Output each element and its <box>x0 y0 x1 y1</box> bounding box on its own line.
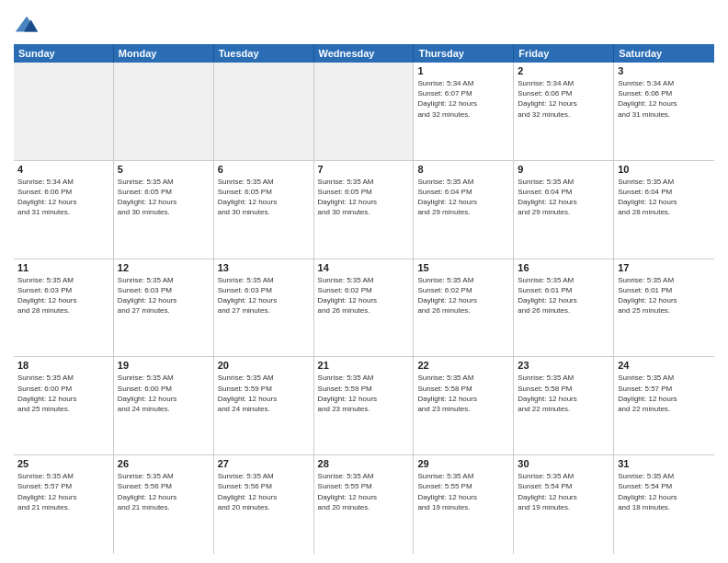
day-number: 2 <box>518 65 609 76</box>
day-info: Sunrise: 5:35 AM Sunset: 6:03 PM Dayligh… <box>118 275 210 316</box>
calendar-header: SundayMondayTuesdayWednesdayThursdayFrid… <box>14 44 714 63</box>
day-cell-29: 29Sunrise: 5:35 AM Sunset: 5:55 PM Dayli… <box>414 455 514 554</box>
day-cell-16: 16Sunrise: 5:35 AM Sunset: 6:01 PM Dayli… <box>514 259 614 357</box>
day-number: 6 <box>218 164 310 175</box>
day-number: 14 <box>318 262 410 273</box>
day-cell-15: 15Sunrise: 5:35 AM Sunset: 6:02 PM Dayli… <box>414 259 514 357</box>
day-info: Sunrise: 5:34 AM Sunset: 6:06 PM Dayligh… <box>17 177 109 218</box>
header-day-monday: Monday <box>114 44 214 63</box>
day-number: 9 <box>518 164 609 175</box>
day-info: Sunrise: 5:35 AM Sunset: 6:03 PM Dayligh… <box>17 275 109 316</box>
day-info: Sunrise: 5:35 AM Sunset: 6:05 PM Dayligh… <box>218 177 310 218</box>
day-cell-18: 18Sunrise: 5:35 AM Sunset: 6:00 PM Dayli… <box>14 357 114 454</box>
calendar-row-4: 18Sunrise: 5:35 AM Sunset: 6:00 PM Dayli… <box>14 357 714 455</box>
calendar-row-3: 11Sunrise: 5:35 AM Sunset: 6:03 PM Dayli… <box>14 259 714 358</box>
day-info: Sunrise: 5:35 AM Sunset: 6:05 PM Dayligh… <box>318 177 410 218</box>
day-cell-14: 14Sunrise: 5:35 AM Sunset: 6:02 PM Dayli… <box>314 259 415 357</box>
day-number: 17 <box>618 262 711 273</box>
day-number: 10 <box>618 164 711 175</box>
day-info: Sunrise: 5:35 AM Sunset: 5:58 PM Dayligh… <box>417 373 509 414</box>
day-info: Sunrise: 5:35 AM Sunset: 6:02 PM Dayligh… <box>318 275 410 316</box>
day-number: 5 <box>118 164 210 175</box>
day-cell-30: 30Sunrise: 5:35 AM Sunset: 5:54 PM Dayli… <box>514 455 614 554</box>
empty-cell <box>114 63 214 160</box>
day-info: Sunrise: 5:34 AM Sunset: 6:06 PM Dayligh… <box>518 78 609 120</box>
day-number: 1 <box>417 65 509 76</box>
day-info: Sunrise: 5:35 AM Sunset: 5:54 PM Dayligh… <box>518 471 609 512</box>
day-info: Sunrise: 5:35 AM Sunset: 5:55 PM Dayligh… <box>318 471 410 512</box>
day-cell-20: 20Sunrise: 5:35 AM Sunset: 5:59 PM Dayli… <box>214 357 314 454</box>
day-info: Sunrise: 5:35 AM Sunset: 5:56 PM Dayligh… <box>218 471 310 512</box>
empty-cell <box>214 63 314 160</box>
day-info: Sunrise: 5:35 AM Sunset: 5:54 PM Dayligh… <box>618 471 711 512</box>
header-day-friday: Friday <box>514 44 614 63</box>
day-info: Sunrise: 5:35 AM Sunset: 5:56 PM Dayligh… <box>118 471 210 512</box>
day-info: Sunrise: 5:35 AM Sunset: 5:57 PM Dayligh… <box>17 471 109 512</box>
day-number: 12 <box>118 262 210 273</box>
day-info: Sunrise: 5:35 AM Sunset: 6:02 PM Dayligh… <box>417 275 509 316</box>
day-number: 23 <box>518 360 609 371</box>
day-number: 11 <box>17 262 109 273</box>
day-info: Sunrise: 5:35 AM Sunset: 6:00 PM Dayligh… <box>118 373 210 414</box>
day-number: 21 <box>318 360 410 371</box>
calendar-body: 1Sunrise: 5:34 AM Sunset: 6:07 PM Daylig… <box>14 63 714 554</box>
day-cell-5: 5Sunrise: 5:35 AM Sunset: 6:05 PM Daylig… <box>114 161 214 259</box>
day-number: 22 <box>417 360 509 371</box>
day-info: Sunrise: 5:35 AM Sunset: 5:59 PM Dayligh… <box>218 373 310 414</box>
page: SundayMondayTuesdayWednesdayThursdayFrid… <box>0 0 728 563</box>
calendar-row-2: 4Sunrise: 5:34 AM Sunset: 6:06 PM Daylig… <box>14 161 714 259</box>
calendar: SundayMondayTuesdayWednesdayThursdayFrid… <box>14 44 714 554</box>
day-cell-21: 21Sunrise: 5:35 AM Sunset: 5:59 PM Dayli… <box>314 357 415 454</box>
day-cell-11: 11Sunrise: 5:35 AM Sunset: 6:03 PM Dayli… <box>14 259 114 357</box>
day-cell-10: 10Sunrise: 5:35 AM Sunset: 6:04 PM Dayli… <box>614 161 714 259</box>
day-cell-31: 31Sunrise: 5:35 AM Sunset: 5:54 PM Dayli… <box>614 455 714 554</box>
day-number: 27 <box>218 458 310 469</box>
day-info: Sunrise: 5:34 AM Sunset: 6:07 PM Dayligh… <box>417 78 509 120</box>
day-number: 24 <box>618 360 711 371</box>
day-number: 30 <box>518 458 609 469</box>
day-number: 16 <box>518 262 609 273</box>
day-cell-2: 2Sunrise: 5:34 AM Sunset: 6:06 PM Daylig… <box>514 63 614 160</box>
day-cell-7: 7Sunrise: 5:35 AM Sunset: 6:05 PM Daylig… <box>314 161 415 259</box>
day-cell-24: 24Sunrise: 5:35 AM Sunset: 5:57 PM Dayli… <box>614 357 714 454</box>
day-cell-4: 4Sunrise: 5:34 AM Sunset: 6:06 PM Daylig… <box>14 161 114 259</box>
day-cell-23: 23Sunrise: 5:35 AM Sunset: 5:58 PM Dayli… <box>514 357 614 454</box>
day-number: 19 <box>118 360 210 371</box>
day-cell-6: 6Sunrise: 5:35 AM Sunset: 6:05 PM Daylig… <box>214 161 314 259</box>
day-cell-8: 8Sunrise: 5:35 AM Sunset: 6:04 PM Daylig… <box>414 161 514 259</box>
day-number: 26 <box>118 458 210 469</box>
header-day-sunday: Sunday <box>14 44 114 63</box>
day-number: 31 <box>618 458 711 469</box>
header-day-thursday: Thursday <box>414 44 514 63</box>
day-info: Sunrise: 5:35 AM Sunset: 6:00 PM Dayligh… <box>17 373 109 414</box>
day-number: 8 <box>417 164 509 175</box>
day-info: Sunrise: 5:35 AM Sunset: 6:04 PM Dayligh… <box>417 177 509 218</box>
calendar-row-5: 25Sunrise: 5:35 AM Sunset: 5:57 PM Dayli… <box>14 455 714 554</box>
day-cell-19: 19Sunrise: 5:35 AM Sunset: 6:00 PM Dayli… <box>114 357 214 454</box>
day-cell-28: 28Sunrise: 5:35 AM Sunset: 5:55 PM Dayli… <box>314 455 415 554</box>
day-number: 4 <box>17 164 109 175</box>
day-info: Sunrise: 5:35 AM Sunset: 6:04 PM Dayligh… <box>518 177 609 218</box>
day-cell-27: 27Sunrise: 5:35 AM Sunset: 5:56 PM Dayli… <box>214 455 314 554</box>
day-cell-3: 3Sunrise: 5:34 AM Sunset: 6:06 PM Daylig… <box>614 63 714 160</box>
day-info: Sunrise: 5:35 AM Sunset: 6:01 PM Dayligh… <box>618 275 711 316</box>
header-day-wednesday: Wednesday <box>314 44 415 63</box>
day-info: Sunrise: 5:34 AM Sunset: 6:06 PM Dayligh… <box>618 78 711 120</box>
day-info: Sunrise: 5:35 AM Sunset: 5:59 PM Dayligh… <box>318 373 410 414</box>
day-info: Sunrise: 5:35 AM Sunset: 5:55 PM Dayligh… <box>417 471 509 512</box>
day-cell-12: 12Sunrise: 5:35 AM Sunset: 6:03 PM Dayli… <box>114 259 214 357</box>
day-info: Sunrise: 5:35 AM Sunset: 6:04 PM Dayligh… <box>618 177 711 218</box>
day-info: Sunrise: 5:35 AM Sunset: 6:05 PM Dayligh… <box>118 177 210 218</box>
empty-cell <box>314 63 415 160</box>
day-number: 20 <box>218 360 310 371</box>
empty-cell <box>14 63 114 160</box>
day-cell-13: 13Sunrise: 5:35 AM Sunset: 6:03 PM Dayli… <box>214 259 314 357</box>
day-number: 3 <box>618 65 711 76</box>
calendar-row-1: 1Sunrise: 5:34 AM Sunset: 6:07 PM Daylig… <box>14 63 714 161</box>
day-cell-1: 1Sunrise: 5:34 AM Sunset: 6:07 PM Daylig… <box>414 63 514 160</box>
day-info: Sunrise: 5:35 AM Sunset: 6:03 PM Dayligh… <box>218 275 310 316</box>
day-cell-22: 22Sunrise: 5:35 AM Sunset: 5:58 PM Dayli… <box>414 357 514 454</box>
day-info: Sunrise: 5:35 AM Sunset: 6:01 PM Dayligh… <box>518 275 609 316</box>
logo <box>14 13 41 39</box>
day-number: 15 <box>417 262 509 273</box>
